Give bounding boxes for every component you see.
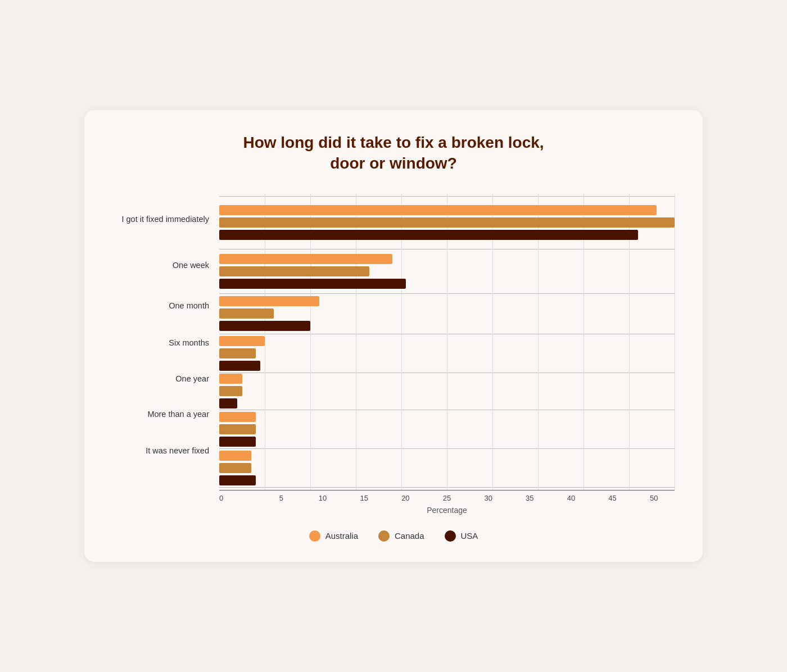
divider	[219, 410, 675, 410]
bar	[219, 374, 242, 384]
x-tick-label: 25	[426, 494, 468, 502]
bar	[219, 412, 256, 422]
y-label: I got it fixed immediately	[112, 194, 214, 244]
x-tick-label: 20	[385, 494, 427, 502]
bar-row	[219, 463, 675, 473]
legend-color-dot	[378, 530, 390, 542]
legend-item: USA	[445, 530, 478, 542]
divider	[219, 487, 675, 488]
legend-item: Australia	[309, 530, 358, 542]
bar	[219, 296, 319, 306]
y-label: More than a year	[112, 396, 214, 433]
bar	[219, 398, 237, 408]
bar-row	[219, 336, 675, 346]
divider	[219, 373, 675, 373]
x-axis-area: 05101520253035404550 Percentage	[219, 490, 675, 515]
bar	[219, 217, 675, 228]
bar-row	[219, 205, 675, 215]
x-tick-label: 40	[550, 494, 592, 502]
bar	[219, 451, 251, 461]
x-tick-label: 50	[633, 494, 675, 502]
bar-row	[219, 279, 675, 289]
bar	[219, 463, 251, 473]
y-label: Six months	[112, 325, 214, 361]
bar-row	[219, 424, 675, 434]
x-tick-label: 45	[592, 494, 634, 502]
legend-label: Australia	[325, 531, 358, 541]
divider	[219, 293, 675, 294]
bar-row	[219, 266, 675, 276]
y-label: One year	[112, 361, 214, 396]
bar	[219, 266, 369, 276]
legend-color-dot	[445, 530, 456, 542]
bar-row	[219, 321, 675, 331]
legend-label: Canada	[395, 531, 424, 541]
legend-color-dot	[309, 530, 320, 542]
legend: AustraliaCanadaUSA	[112, 530, 675, 542]
bar-group	[219, 375, 675, 407]
bar-row	[219, 254, 675, 264]
bar-row	[219, 398, 675, 408]
bar	[219, 424, 256, 434]
bar	[219, 321, 310, 331]
divider	[219, 448, 675, 449]
bar	[219, 308, 274, 319]
y-label: One week	[112, 244, 214, 287]
bar	[219, 205, 657, 215]
bar	[219, 254, 392, 264]
bar-row	[219, 361, 675, 371]
bar-group	[219, 337, 675, 370]
x-tick-label: 10	[302, 494, 343, 502]
bar	[219, 230, 638, 240]
chart-card: How long did it take to fix a broken loc…	[84, 110, 703, 562]
bar-group	[219, 199, 675, 247]
x-tick-label: 35	[509, 494, 550, 502]
bar-row	[219, 348, 675, 358]
x-tick-labels: 05101520253035404550	[219, 490, 675, 502]
bar	[219, 348, 256, 358]
divider	[219, 334, 675, 334]
bar-group	[219, 451, 675, 485]
bar-group	[219, 252, 675, 291]
x-tick-label: 30	[468, 494, 509, 502]
bars-container	[219, 194, 675, 490]
divider	[219, 196, 675, 197]
y-axis-labels: I got it fixed immediatelyOne weekOne mo…	[112, 194, 219, 490]
bar	[219, 386, 242, 396]
bar-row	[219, 475, 675, 485]
chart-body: I got it fixed immediatelyOne weekOne mo…	[112, 194, 675, 490]
bar	[219, 475, 256, 485]
bar-group	[219, 296, 675, 332]
legend-item: Canada	[378, 530, 424, 542]
y-label: One month	[112, 287, 214, 325]
bar-row	[219, 308, 675, 319]
bar	[219, 361, 260, 371]
bar	[219, 336, 265, 346]
bar-row	[219, 412, 675, 422]
chart-title: How long did it take to fix a broken loc…	[112, 133, 675, 174]
legend-label: USA	[461, 531, 478, 541]
x-axis-title: Percentage	[219, 506, 675, 515]
x-tick-label: 5	[261, 494, 302, 502]
bar-row	[219, 374, 675, 384]
divider	[219, 249, 675, 249]
chart-area: I got it fixed immediatelyOne weekOne mo…	[112, 194, 675, 515]
y-label: It was never fixed	[112, 433, 214, 469]
bar-row	[219, 296, 675, 306]
bar-row	[219, 386, 675, 396]
bar-row	[219, 230, 675, 240]
bar	[219, 437, 256, 447]
bar-row	[219, 437, 675, 447]
bar	[219, 279, 406, 289]
bar-row	[219, 217, 675, 228]
x-tick-label: 0	[219, 494, 261, 502]
bar-group	[219, 412, 675, 446]
x-tick-label: 15	[343, 494, 385, 502]
bar-row	[219, 451, 675, 461]
